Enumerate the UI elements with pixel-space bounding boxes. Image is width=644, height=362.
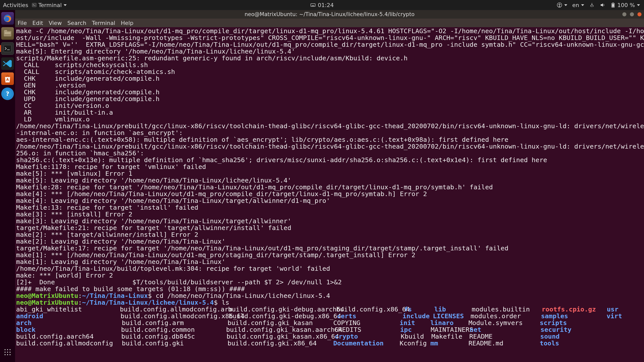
close-button[interactable] — [637, 12, 641, 16]
ls-item: Kbuild — [401, 333, 431, 340]
svg-rect-0 — [32, 3, 36, 7]
menu-view[interactable]: View — [49, 20, 62, 26]
ls-item: android — [16, 313, 120, 320]
ls-item: build.config.gki_kasan — [227, 320, 333, 326]
svg-point-19 — [5, 352, 6, 353]
ls-item: Makefile — [431, 333, 469, 340]
ls-item: Kconfig — [400, 340, 430, 347]
output-line: AR init/built-in.a — [16, 109, 643, 116]
ls-row: archbuild.config.armbuild.config.gki_kas… — [16, 320, 643, 326]
svg-point-23 — [7, 354, 8, 355]
firefox-icon — [3, 13, 13, 23]
ls-item: lib — [434, 306, 472, 313]
output-line: make[3]: Leaving directory '/home/neo/Ti… — [16, 218, 643, 224]
ls-item: Module.symvers — [468, 320, 540, 326]
app-menu-label: Terminal — [38, 2, 62, 8]
output-line: aes-internal-enc.c:(.text+0x58): multipl… — [16, 136, 643, 143]
ls-item: arch — [16, 320, 122, 326]
dock-vscode[interactable] — [1, 57, 14, 70]
menu-terminal[interactable]: Terminal — [92, 20, 115, 26]
ls-item: build.config.x86_64 — [336, 306, 404, 313]
files-icon — [3, 28, 13, 38]
svg-rect-12 — [4, 45, 11, 52]
output-line: HELL="bash" V='' EXTRA_LDSFLAGS="-I/home… — [16, 41, 643, 48]
ls-item: build.config.db845c — [121, 333, 226, 340]
dock-software[interactable]: A — [1, 72, 14, 85]
svg-rect-7 — [612, 4, 614, 7]
ls-item: build.config.gki.x86_64 — [227, 340, 333, 347]
help-icon: ? — [3, 89, 13, 99]
battery-menu[interactable]: 100 % — [610, 2, 640, 8]
window-titlebar[interactable]: neo@MatrixUbuntu: ~/Tina/Tina-Linux/lich… — [15, 10, 644, 19]
ls-item: init — [400, 320, 430, 326]
ls-item: build.config.allmodconfig — [16, 340, 122, 347]
output-line: scripts/Makefile.asm-generic:25: redunda… — [16, 55, 643, 62]
output-line: make[4]: *** [/home/neo/Tina/Tina-Linux/… — [16, 191, 643, 197]
output-line: /home/neo/Tina/Tina-Linux/prebuilt/gcc/l… — [16, 143, 643, 150]
ls-item: build.config.gki-debug.aarch64 — [228, 306, 336, 313]
output-line: Makefile:28: recipe for target '/home/ne… — [16, 184, 643, 191]
ls-item: rootfs.cpio.gz — [542, 306, 607, 313]
gnome-top-panel: Activities Terminal 01:24 en 100 % — [0, 0, 644, 10]
app-menu[interactable]: Terminal — [32, 2, 67, 8]
ls-item: build.config.gki_kasan.x86_64 — [226, 333, 335, 340]
output-line: Makefile:1178: recipe for target 'vmlinu… — [16, 163, 643, 170]
volume-menu[interactable] — [600, 2, 605, 8]
terminal-menubar: File Edit View Search Terminal Help — [15, 19, 644, 27]
dock-firefox[interactable] — [1, 12, 14, 25]
ls-row: build.config.allmodconfigbuild.config.gk… — [16, 340, 643, 347]
output-line: CALL scripts/atomic/check-atomics.sh — [16, 68, 643, 75]
output-line: make[5]: Leaving directory '/home/neo/Ti… — [16, 177, 643, 184]
ls-row: build.config.aarch64build.config.db845cb… — [16, 333, 643, 340]
network-menu[interactable] — [589, 2, 595, 8]
ls-item — [606, 333, 643, 340]
activities-button[interactable]: Activities — [3, 2, 28, 8]
ls-item: build.config.gki — [122, 340, 227, 347]
maximize-button[interactable] — [630, 12, 634, 16]
output-line: CHK include/generated/compile.h — [16, 75, 643, 82]
ls-item: abi_gki_whitelist — [16, 306, 120, 313]
output-line: make[2]: *** [target/allwinner/install] … — [16, 231, 643, 238]
ls-item: build.config.common — [121, 326, 226, 333]
dock-help[interactable]: ? — [1, 87, 14, 100]
prompt-line: neo@MatrixUbuntu:~/Tina/Tina-Linux/liche… — [16, 299, 643, 306]
output-line: UPD include/generated/compile.h — [16, 96, 643, 102]
svg-rect-10 — [4, 30, 7, 32]
show-applications-button[interactable] — [1, 346, 14, 358]
language-menu[interactable]: en — [572, 2, 584, 8]
menu-search[interactable]: Search — [67, 20, 87, 26]
ls-item: build.config.allmodconfig.x86_64 — [120, 313, 229, 320]
accessibility-icon — [557, 2, 562, 8]
ls-item: README.md — [468, 340, 540, 347]
ls-item: COPYING — [333, 320, 400, 326]
clock[interactable]: 01:24 — [318, 2, 334, 8]
chevron-down-icon — [581, 4, 584, 6]
svg-point-22 — [5, 354, 6, 355]
menu-edit[interactable]: Edit — [32, 20, 43, 26]
svg-point-24 — [10, 354, 11, 355]
output-line: make[2]: Leaving directory '/home/neo/Ti… — [16, 238, 643, 245]
output-line: 256.o: in function `hmac_sha256': — [16, 150, 643, 157]
output-line: /home/neo/Tina/Tina-Linux/build/toplevel… — [16, 265, 643, 272]
dock: A ? — [0, 10, 15, 362]
output-line: /home/neo/Tina/Tina-Linux/prebuilt/gcc/l… — [16, 123, 643, 129]
accessibility-menu[interactable] — [557, 2, 567, 8]
chevron-down-icon — [64, 4, 67, 6]
ls-item: security — [540, 326, 606, 333]
ls-item: build.config.arm — [122, 320, 227, 326]
dock-terminal[interactable] — [1, 42, 14, 55]
menu-help[interactable]: Help — [121, 20, 133, 26]
dock-files[interactable] — [1, 27, 14, 40]
output-line: Makefile:13: recipe for target 'install'… — [16, 204, 643, 211]
output-line: CALL scripts/checksyscalls.sh — [16, 62, 643, 68]
menu-file[interactable]: File — [18, 20, 27, 26]
svg-rect-1 — [311, 4, 315, 7]
ls-item: build.config.allmodconfig.arm — [120, 306, 228, 313]
ls-item: fs — [404, 306, 434, 313]
ls-item: samples — [541, 313, 607, 320]
svg-point-21 — [10, 352, 11, 353]
output-line: target/Makefile:17: recipe for target '/… — [16, 245, 643, 252]
terminal-viewport[interactable]: make -C /home/neo/Tina/Tina-Linux/out/d1… — [15, 27, 644, 362]
minimize-button[interactable] — [622, 12, 626, 16]
window-title: neo@MatrixUbuntu: ~/Tina/Tina-Linux/lich… — [245, 11, 414, 17]
